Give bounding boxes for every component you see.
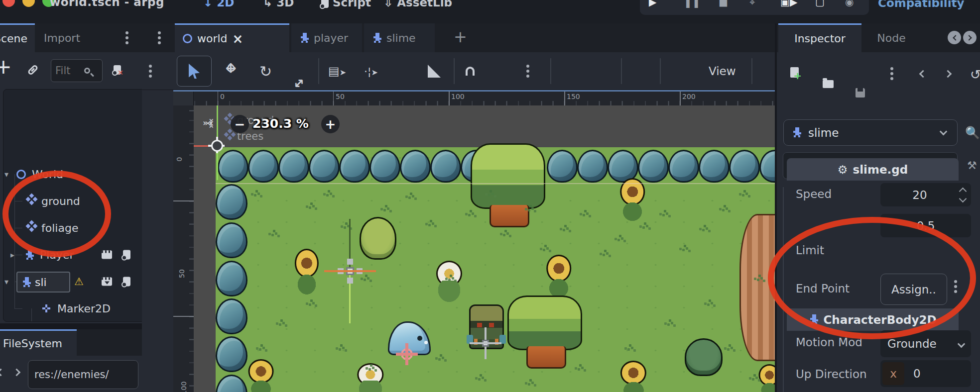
scene-tab-player[interactable]: player [291,23,362,52]
indent-guide [783,187,784,392]
grass-tuft [528,209,530,211]
warning-icon[interactable]: ⚠ [74,277,84,287]
view-menu[interactable]: View [709,65,736,78]
character-body-icon [21,277,31,288]
filesystem-path-input[interactable] [34,369,132,381]
new-resource-icon[interactable] [790,67,799,78]
nav-back-icon[interactable] [0,369,4,377]
characterbody2d-section-header[interactable]: CharacterBody2D [787,308,959,331]
toolbar-overflow-icon[interactable] [149,65,152,78]
scene-tree-rename-box[interactable] [16,272,70,293]
docs-search-icon[interactable]: 🔍 [965,126,980,140]
scene-filter-input[interactable] [55,65,84,77]
spinner-icon[interactable] [959,188,967,202]
tab-inspector[interactable]: Inspector [778,23,861,52]
renderer-selector[interactable]: Compatibility [878,0,965,9]
script-section-header[interactable]: ⚙ slime.gd [787,158,959,181]
instanced-scene-icon[interactable] [102,251,112,259]
history-back-icon[interactable] [919,70,927,78]
sunflower-sprite [755,364,775,392]
tab-filesystem[interactable]: FileSystem [0,329,77,356]
smart-snap-icon[interactable] [466,67,475,76]
close-icon[interactable]: × [233,32,244,45]
down-arrow-icon: ↓ [203,0,217,9]
object-selector[interactable]: slime [783,119,958,146]
history-forward-icon[interactable] [944,70,952,78]
tab-scene[interactable]: Scene [0,23,35,52]
grass-tuft [326,194,329,196]
up-direction-x-box[interactable]: x 0 [880,360,971,387]
dock-menu-icon[interactable] [125,31,128,44]
scene-tab-world[interactable]: world × [175,23,289,52]
workspace-tab-2d[interactable]: ↓ 2D [203,0,234,9]
assign-button[interactable]: Assign.. [880,274,947,305]
workspace-tab-3d[interactable]: ↳ 3D [263,0,294,9]
new-scene-tab-button[interactable]: + [454,27,467,46]
tab-scroll-left-icon[interactable] [948,31,961,44]
scene-tabs-menu-icon[interactable] [158,31,161,44]
list-select-tool-icon[interactable]: ▤➤ [328,64,346,78]
trunk-sprite [739,214,775,361]
tab-scroll-right-icon[interactable] [963,31,977,44]
instanced-scene-icon[interactable] [102,278,112,286]
title-bar: world.tscn - arpg ↓ 2D ↳ 3D Script ⇩ Ass… [0,0,980,23]
remote-debug-button[interactable]: ⌖ [749,0,755,8]
macos-minimize-button[interactable] [22,0,35,7]
snap-click-tool-icon[interactable]: ·¦➤ [364,65,378,77]
tab-node[interactable]: Node [864,23,919,52]
play-custom-scene-button[interactable]: ▢ [815,0,825,8]
save-resource-icon[interactable] [856,88,865,98]
zoom-percent[interactable]: 230.3 % [252,116,309,131]
resource-menu-icon[interactable] [890,67,893,80]
workspace-tab-script[interactable]: Script [321,0,371,9]
bush-sprite [369,150,400,183]
collapse-icon[interactable]: ▾ [4,170,8,179]
property-label-speed: Speed [796,188,832,200]
limit-value-box[interactable]: 0.5 [880,214,971,237]
window-title: world.tscn - arpg [50,0,164,8]
center-view-icon[interactable]: »«»« [202,116,217,133]
property-menu-icon[interactable] [954,280,957,293]
workspace-tab-assetlib[interactable]: ⇩ AssetLib [383,0,452,9]
grass-tuft [707,303,710,306]
snap-options-menu-icon[interactable] [526,65,529,78]
scene-tree-rename-input[interactable] [35,276,61,289]
bush-sprite [430,150,461,183]
speed-value-box[interactable]: 20 [880,183,971,206]
script-icon[interactable] [123,250,130,260]
macos-close-button[interactable] [2,0,15,7]
zoom-in-button[interactable]: + [321,115,340,133]
play-scene-button[interactable]: ▣▶ [780,0,797,8]
play-button[interactable]: ▶ [649,0,656,8]
inspector-tools-icon[interactable]: ⚒ [967,159,977,172]
rotate-tool-icon[interactable]: ↻ [259,62,272,80]
nav-forward-icon[interactable] [13,369,21,377]
detach-script-icon[interactable] [114,65,121,75]
ruler-tool-icon[interactable] [428,65,441,78]
load-resource-icon[interactable] [823,80,834,88]
zoom-out-button[interactable]: − [231,115,249,133]
select-tool-button[interactable] [177,56,212,87]
tile-boundary-line [216,183,775,184]
instance-scene-icon[interactable] [27,64,38,76]
movie-maker-button[interactable]: ◉ [845,0,854,8]
bush-sprite [547,150,578,183]
history-icon[interactable]: ↺ [970,67,980,82]
stop-button[interactable]: ■ [719,0,728,8]
scene-tab-slime[interactable]: slime [364,23,435,52]
grass-tuft [702,229,705,231]
motion-mode-dropdown[interactable]: Grounde [880,330,971,357]
collapse-icon[interactable]: ▾ [4,277,8,287]
selection-transform-gizmo[interactable] [320,219,380,323]
script-icon[interactable] [123,277,130,287]
tab-import[interactable]: Import [37,23,87,52]
scene-filter-box[interactable] [51,59,103,82]
pause-button[interactable]: ❚❚ [684,0,701,8]
collapse-icon[interactable]: ▸ [10,250,14,260]
add-node-button[interactable]: + [0,55,12,78]
filesystem-path-box[interactable] [28,360,138,389]
move-tool-icon[interactable]: ↔↔ [226,64,241,79]
canvas[interactable]: »«»« ground trees − 230.3 % + [194,105,775,392]
player-position-gizmo[interactable] [470,327,501,359]
download-icon: ⇩ [383,0,397,9]
